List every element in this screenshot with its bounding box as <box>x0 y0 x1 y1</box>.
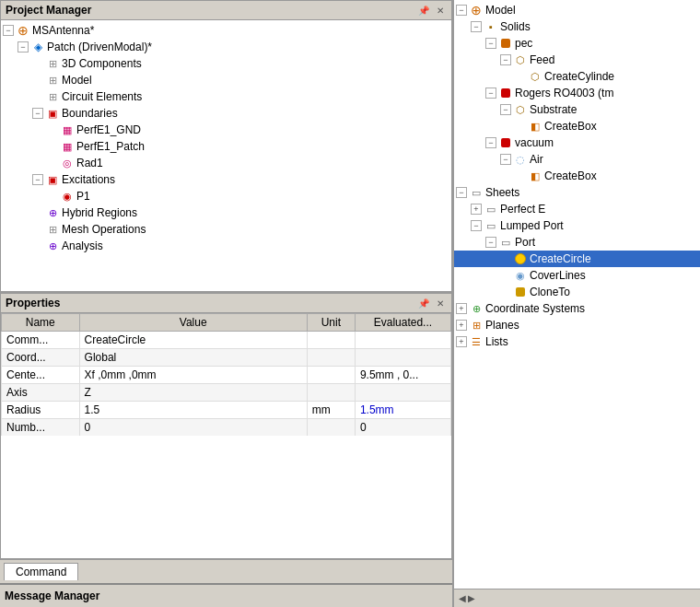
expand-btn[interactable]: + <box>471 204 482 215</box>
tree-item-model[interactable]: ⊞Model <box>1 72 451 88</box>
tree-label: Hybrid Regions <box>62 206 137 219</box>
command-bar: Command <box>0 559 452 583</box>
project-tree[interactable]: −⊕MSAntenna*−◈Patch (DrivenModal)*⊞3D Co… <box>1 20 451 291</box>
tree-item-r-air[interactable]: −◌Air <box>454 151 700 168</box>
prop-name: Numb... <box>2 419 80 437</box>
prop-value[interactable]: 0 <box>79 419 307 437</box>
tree-item-r-pec[interactable]: −pec <box>454 35 700 52</box>
tree-icon-planes: ⊞ <box>469 318 484 333</box>
tree-icon-comp: ⊞ <box>45 73 60 88</box>
props-pin-icon[interactable]: 📌 <box>417 297 430 309</box>
tree-icon-port: ▭ <box>498 235 513 250</box>
tree-item-r-perfect-e[interactable]: +▭Perfect E <box>454 201 700 217</box>
tree-label: Boundaries <box>62 107 118 120</box>
tree-item-r-createcylinder[interactable]: ⬡CreateCylinde <box>454 68 700 85</box>
expand-btn[interactable]: − <box>500 104 511 115</box>
props-header-icons: 📌 ✕ <box>417 297 447 309</box>
tree-label: pec <box>515 37 532 50</box>
prop-value[interactable]: CreateCircle <box>79 332 307 349</box>
tree-label: CreateBox <box>544 120 597 133</box>
expand-btn[interactable]: − <box>485 88 496 99</box>
tree-icon-box: ◧ <box>528 119 542 134</box>
tree-item-r-substrate[interactable]: −⬡Substrate <box>454 101 700 118</box>
tree-item-r-rogers[interactable]: −Rogers RO4003 (tm <box>454 85 700 101</box>
prop-value[interactable]: Z <box>79 384 307 402</box>
tree-item-r-createbox[interactable]: ◧CreateBox <box>454 118 700 134</box>
expand-btn[interactable]: − <box>32 108 43 119</box>
pin-icon[interactable]: 📌 <box>417 4 430 17</box>
expand-btn[interactable]: − <box>456 5 467 16</box>
expand-btn[interactable]: − <box>32 174 43 185</box>
prop-unit <box>307 367 355 384</box>
expand-btn[interactable]: − <box>471 21 482 32</box>
expand-btn[interactable]: − <box>485 137 496 148</box>
expand-btn[interactable]: + <box>456 303 467 314</box>
expand-btn[interactable]: − <box>500 54 511 65</box>
tree-item-r-lumped-port[interactable]: −▭Lumped Port <box>454 217 700 234</box>
tree-item-r-cloneto[interactable]: CloneTo <box>454 284 700 300</box>
tree-item-r-feed[interactable]: −⬡Feed <box>454 52 700 68</box>
prop-name: Comm... <box>2 332 80 349</box>
expand-btn[interactable]: − <box>500 154 511 165</box>
scroll-left-icon[interactable]: ◀ <box>459 593 466 603</box>
message-manager-title: Message Manager <box>5 589 99 602</box>
properties-title: Properties <box>6 297 60 309</box>
tree-label: Sheets <box>485 186 519 199</box>
tree-item-excitations[interactable]: −▣Excitations <box>1 171 451 188</box>
tree-item-perfe1-patch[interactable]: ▦PerfE1_Patch <box>1 138 451 155</box>
tree-item-r-vacuum[interactable]: −vacuum <box>454 134 700 151</box>
command-tab[interactable]: Command <box>4 563 78 580</box>
expand-btn[interactable]: − <box>471 220 482 231</box>
tree-item-r-lists[interactable]: +☰Lists <box>454 333 700 350</box>
tree-item-r-createbox2[interactable]: ◧CreateBox <box>454 168 700 184</box>
tree-item-perfe1-gnd[interactable]: ▦PerfE1_GND <box>1 122 451 138</box>
prop-unit <box>307 332 355 349</box>
expand-btn[interactable]: + <box>456 336 467 347</box>
col-header-unit: Unit <box>307 314 355 332</box>
tree-item-p1[interactable]: ◉P1 <box>1 188 451 204</box>
table-row: Cente...Xf ,0mm ,0mm9.5mm , 0... <box>2 367 451 384</box>
scroll-right-icon[interactable]: ▶ <box>468 593 475 603</box>
tree-item-boundaries[interactable]: −▣Boundaries <box>1 105 451 122</box>
prop-evaluated: 0 <box>355 419 450 437</box>
tree-item-circuit-elements[interactable]: ⊞Circuit Elements <box>1 88 451 105</box>
close-icon[interactable]: ✕ <box>434 4 447 17</box>
tree-icon-air: ◌ <box>513 152 528 167</box>
tree-item-r-createcircle[interactable]: CreateCircle <box>454 251 700 267</box>
expand-btn[interactable]: + <box>456 320 467 331</box>
tree-item-mesh-operations[interactable]: ⊞Mesh Operations <box>1 221 451 238</box>
tree-item-r-sheets[interactable]: −▭Sheets <box>454 184 700 201</box>
tree-item-r-planes[interactable]: +⊞Planes <box>454 317 700 333</box>
tree-item-r-solids[interactable]: −▪Solids <box>454 18 700 35</box>
prop-value[interactable]: 1.5 <box>79 402 307 419</box>
tree-item-r-port[interactable]: −▭Port <box>454 234 700 251</box>
tree-label: Lists <box>485 335 508 348</box>
expand-btn[interactable]: − <box>485 38 496 49</box>
tree-icon-perf: ▦ <box>60 123 75 137</box>
tree-item-patch[interactable]: −◈Patch (DrivenModal)* <box>1 39 451 55</box>
prop-evaluated <box>355 384 450 402</box>
right-bottom-bar: ◀ ▶ <box>454 589 700 607</box>
tree-item-r-coord[interactable]: +⊕Coordinate Systems <box>454 300 700 317</box>
tree-item-hybrid-regions[interactable]: ⊕Hybrid Regions <box>1 204 451 221</box>
expand-btn[interactable]: − <box>18 41 29 53</box>
prop-value[interactable]: Xf ,0mm ,0mm <box>79 367 307 384</box>
prop-unit <box>307 349 355 367</box>
expand-btn[interactable]: − <box>485 237 496 248</box>
tree-item-analysis[interactable]: ⊕Analysis <box>1 238 451 254</box>
props-close-icon[interactable]: ✕ <box>434 297 447 309</box>
header-icon-group: 📌 ✕ <box>417 4 447 17</box>
tree-icon-vacuum <box>498 135 513 150</box>
right-tree[interactable]: −⊕Model−▪Solids−pec−⬡Feed⬡CreateCylinde−… <box>454 0 700 589</box>
expand-btn[interactable]: − <box>456 187 467 198</box>
tree-item-msantenna[interactable]: −⊕MSAntenna* <box>1 22 451 39</box>
tree-item-r-model[interactable]: −⊕Model <box>454 2 700 18</box>
expand-btn[interactable]: − <box>3 25 14 36</box>
tree-icon-cylinder: ⬡ <box>528 69 542 84</box>
tree-item-rad1[interactable]: ◎Rad1 <box>1 155 451 171</box>
tree-item-3d-components[interactable]: ⊞3D Components <box>1 55 451 72</box>
prop-value[interactable]: Global <box>79 349 307 367</box>
tree-item-r-coverlines[interactable]: ◉CoverLines <box>454 267 700 284</box>
tree-label: Substrate <box>530 103 577 116</box>
tree-label: Mesh Operations <box>62 223 146 236</box>
